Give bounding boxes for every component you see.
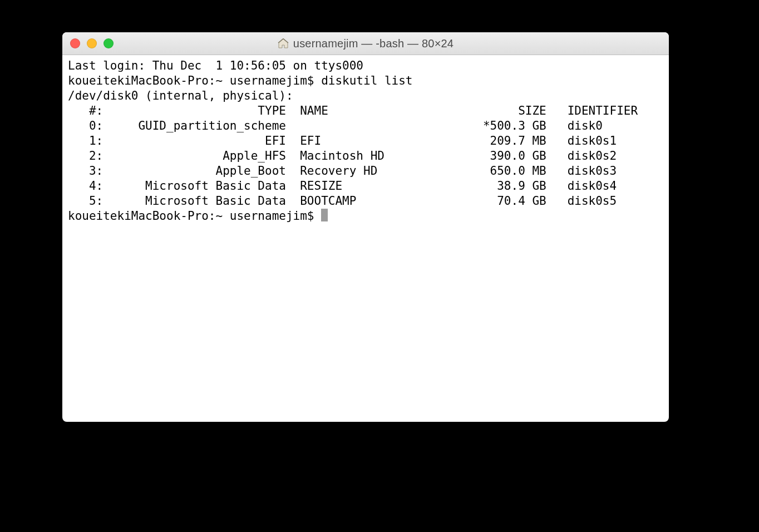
window-title-wrap: usernamejim — -bash — 80×24 — [62, 37, 669, 50]
terminal-window: usernamejim — -bash — 80×24 Last login: … — [62, 32, 669, 422]
home-icon — [278, 38, 289, 48]
window-title: usernamejim — -bash — 80×24 — [293, 37, 454, 50]
titlebar[interactable]: usernamejim — -bash — 80×24 — [62, 32, 669, 55]
minimize-button[interactable] — [87, 38, 97, 48]
zoom-button[interactable] — [103, 38, 114, 48]
cursor — [321, 209, 328, 221]
close-button[interactable] — [70, 38, 80, 48]
terminal-output[interactable]: Last login: Thu Dec 1 10:56:05 on ttys00… — [62, 55, 669, 229]
traffic-lights — [70, 38, 114, 48]
